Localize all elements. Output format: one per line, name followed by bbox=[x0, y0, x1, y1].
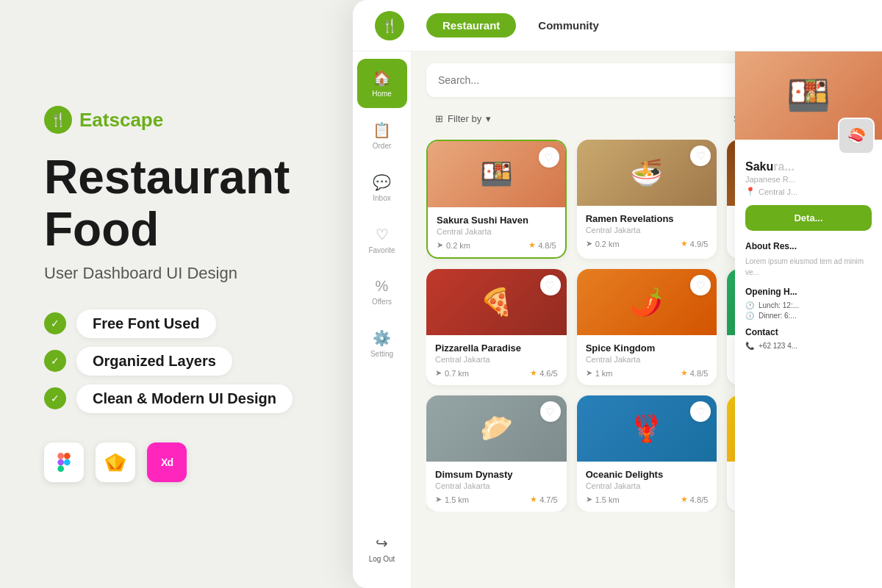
card-location-ramen-revelations: Central Jakarta bbox=[586, 226, 709, 234]
filter-icon: ⊞ bbox=[435, 113, 443, 124]
star-icon: ★ bbox=[681, 495, 688, 504]
lunch-hours: 🕐 Lunch: 12:... bbox=[745, 301, 872, 309]
detail-restaurant-name: Sakura... bbox=[745, 160, 872, 173]
sidebar-item-order[interactable]: 📋 Order bbox=[357, 111, 407, 160]
hours-title: Opening H... bbox=[745, 287, 872, 297]
card-meta-oceanic-delights: ➤1.5 km ★4.8/5 bbox=[586, 495, 709, 504]
card-rating-ramen-revelations: ★4.9/5 bbox=[681, 239, 708, 248]
restaurant-card-oceanic-delights[interactable]: 🦞 ♡ Oceanic Delights Central Jakarta ➤1.… bbox=[577, 395, 717, 512]
logout-icon: ↪ bbox=[376, 534, 388, 552]
tab-community[interactable]: Community bbox=[522, 13, 615, 37]
card-location-oceanic-delights: Central Jakarta bbox=[586, 481, 709, 490]
sidebar-item-offers[interactable]: % Offers bbox=[357, 268, 407, 316]
card-body-spice-kingdom: Spice Kingdom Central Jakarta ➤1 km ★4.8… bbox=[577, 335, 717, 385]
card-rating-oceanic-delights: ★4.8/5 bbox=[681, 495, 708, 504]
card-meta-spice-kingdom: ➤1 km ★4.8/5 bbox=[586, 368, 709, 378]
card-name-dimsum-dynasty: Dimsum Dynasty bbox=[435, 469, 558, 480]
content-area: 🔍 ⊞ Filter by ▾ Sort by Nearby ▾ bbox=[412, 51, 882, 588]
sidebar-label-order: Order bbox=[373, 142, 392, 150]
sidebar-label-offers: Offers bbox=[372, 298, 392, 306]
restaurant-card-pizzarella[interactable]: 🍕 ♡ Pizzarella Paradise Central Jakarta … bbox=[426, 269, 567, 385]
card-location-sakura-sushi: Central Jakarta bbox=[437, 227, 556, 236]
card-body-pizzarella: Pizzarella Paradise Central Jakarta ➤0.7… bbox=[426, 335, 567, 385]
contact-title: Contact bbox=[745, 327, 872, 337]
detail-button[interactable]: Deta... bbox=[745, 205, 872, 231]
svg-rect-0 bbox=[57, 453, 64, 459]
card-image-sakura-sushi: 🍱 ♡ bbox=[428, 141, 565, 207]
sidebar-item-setting[interactable]: ⚙️ Setting bbox=[357, 319, 407, 368]
card-body-ramen-revelations: Ramen Revelations Central Jakarta ➤0.2 k… bbox=[577, 206, 717, 256]
detail-body: Sakura... Japanese R... 📍 Central J... D… bbox=[735, 140, 882, 362]
restaurant-card-spice-kingdom[interactable]: 🌶️ ♡ Spice Kingdom Central Jakarta ➤1 km… bbox=[577, 269, 717, 385]
check-icon-font: ✓ bbox=[44, 312, 66, 334]
card-distance-oceanic-delights: ➤1.5 km bbox=[586, 495, 620, 504]
card-heart-sakura-sushi[interactable]: ♡ bbox=[539, 147, 559, 168]
app-container: 🍴 Restaurant Community 🏠 Home 📋 Order 💬 … bbox=[353, 0, 882, 588]
clock-icon-2: 🕕 bbox=[745, 312, 754, 320]
feature-item-layers: ✓ Organized Layers bbox=[44, 347, 338, 376]
sidebar-item-home[interactable]: 🏠 Home bbox=[357, 59, 407, 108]
sub-title: User Dashboard UI Design bbox=[44, 264, 338, 283]
figma-icon bbox=[44, 442, 84, 482]
brand-icon: 🍴 bbox=[44, 106, 72, 134]
card-distance-spice-kingdom: ➤1 km bbox=[586, 368, 613, 378]
nav-icon: ➤ bbox=[586, 239, 592, 248]
inbox-icon: 💬 bbox=[373, 173, 391, 191]
feature-item-font: ✓ Free Font Used bbox=[44, 309, 338, 338]
card-name-spice-kingdom: Spice Kingdom bbox=[586, 343, 709, 354]
card-heart-pizzarella[interactable]: ♡ bbox=[540, 275, 561, 295]
nav-icon: ➤ bbox=[437, 240, 443, 250]
order-icon: 📋 bbox=[373, 121, 391, 139]
top-nav: 🍴 Restaurant Community bbox=[353, 0, 882, 51]
card-location-dimsum-dynasty: Central Jakarta bbox=[435, 481, 558, 490]
card-distance-sakura-sushi: ➤0.2 km bbox=[437, 240, 470, 250]
detail-location: 📍 Central J... bbox=[745, 187, 872, 196]
card-image-ramen-revelations: 🍜 ♡ bbox=[577, 140, 717, 206]
detail-hero-image: 🍱 🍣 bbox=[735, 51, 882, 140]
home-icon: 🏠 bbox=[373, 69, 391, 87]
main-content: 🏠 Home 📋 Order 💬 Inbox ♡ Favorite % Offe… bbox=[353, 51, 882, 588]
tab-restaurant[interactable]: Restaurant bbox=[426, 13, 516, 37]
restaurant-card-sakura-sushi[interactable]: 🍱 ♡ Sakura Sushi Haven Central Jakarta ➤… bbox=[426, 140, 567, 259]
main-title: Restaurant Food bbox=[44, 151, 338, 255]
card-image-spice-kingdom: 🌶️ ♡ bbox=[577, 269, 717, 335]
star-icon: ★ bbox=[528, 240, 536, 250]
filter-chevron-icon: ▾ bbox=[486, 113, 491, 124]
setting-icon: ⚙️ bbox=[373, 329, 391, 347]
card-heart-dimsum-dynasty[interactable]: ♡ bbox=[540, 401, 561, 422]
nav-icon: ➤ bbox=[435, 495, 442, 504]
location-pin-icon: 📍 bbox=[745, 187, 756, 196]
star-icon: ★ bbox=[681, 368, 688, 378]
card-meta-pizzarella: ➤0.7 km ★4.6/5 bbox=[435, 368, 558, 378]
clock-icon: 🕐 bbox=[745, 301, 754, 309]
favorite-icon: ♡ bbox=[376, 226, 389, 243]
star-icon: ★ bbox=[530, 368, 537, 378]
check-icon-layers: ✓ bbox=[44, 350, 66, 372]
svg-rect-3 bbox=[57, 465, 64, 472]
xd-icon: Xd bbox=[147, 442, 187, 482]
sidebar-label-setting: Setting bbox=[370, 350, 393, 358]
restaurant-card-ramen-revelations[interactable]: 🍜 ♡ Ramen Revelations Central Jakarta ➤0… bbox=[577, 140, 717, 259]
sidebar-item-inbox[interactable]: 💬 Inbox bbox=[357, 163, 407, 212]
dinner-hours: 🕕 Dinner: 6:... bbox=[745, 312, 872, 320]
filter-label: Filter by bbox=[448, 113, 481, 124]
card-rating-dimsum-dynasty: ★4.7/5 bbox=[530, 495, 557, 504]
feature-list: ✓ Free Font Used ✓ Organized Layers ✓ Cl… bbox=[44, 309, 338, 413]
card-meta-dimsum-dynasty: ➤1.5 km ★4.7/5 bbox=[435, 495, 558, 504]
card-name-sakura-sushi: Sakura Sushi Haven bbox=[437, 215, 556, 226]
check-icon-ui: ✓ bbox=[44, 387, 66, 409]
sketch-icon bbox=[96, 442, 135, 482]
detail-restaurant-type: Japanese R... bbox=[745, 175, 872, 184]
restaurant-card-dimsum-dynasty[interactable]: 🥟 ♡ Dimsum Dynasty Central Jakarta ➤1.5 … bbox=[426, 395, 567, 512]
logout-button[interactable]: ↪ Log Out bbox=[357, 524, 407, 573]
card-distance-pizzarella: ➤0.7 km bbox=[435, 368, 469, 378]
feature-text-font: Free Font Used bbox=[76, 309, 216, 338]
card-rating-spice-kingdom: ★4.8/5 bbox=[681, 368, 708, 378]
filter-button[interactable]: ⊞ Filter by ▾ bbox=[426, 109, 500, 129]
offers-icon: % bbox=[376, 278, 389, 295]
sidebar-label-home: Home bbox=[372, 90, 392, 98]
card-name-ramen-revelations: Ramen Revelations bbox=[586, 213, 709, 224]
sidebar-item-favorite[interactable]: ♡ Favorite bbox=[357, 215, 407, 265]
star-icon: ★ bbox=[530, 495, 537, 504]
svg-rect-2 bbox=[57, 459, 64, 466]
